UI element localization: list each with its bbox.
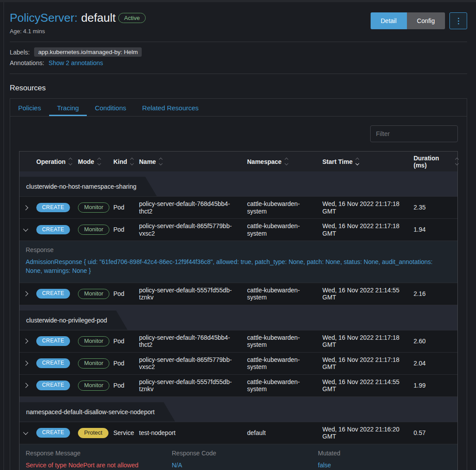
duration-cell: 2.60 xyxy=(414,334,458,348)
sort-icon[interactable] xyxy=(356,157,359,166)
start-time-cell: Wed, 16 Nov 2022 21:17:18 GMT xyxy=(322,353,414,373)
expand-row-icon[interactable] xyxy=(23,205,28,210)
sort-icon[interactable] xyxy=(159,157,162,166)
column-header-mode[interactable]: Mode xyxy=(78,157,113,166)
name-cell: policy-server-default-768d45bb4-thct2 xyxy=(139,197,247,218)
kind-cell: Pod xyxy=(113,201,139,214)
expand-row-icon[interactable] xyxy=(23,383,28,388)
mode-badge: Protect xyxy=(78,428,108,438)
collapse-row-icon[interactable] xyxy=(23,226,28,231)
meta-divider xyxy=(10,74,467,74)
kind-cell: Pod xyxy=(113,357,139,370)
tracing-table: Operation Mode Kind Name Namespace Start… xyxy=(19,151,458,470)
trace-row[interactable]: CREATE Monitor Pod policy-server-default… xyxy=(19,330,457,353)
start-time-cell: Wed, 16 Nov 2022 21:14:55 GMT xyxy=(322,375,414,396)
name-cell: policy-server-default-5557fd55db-tznkv xyxy=(139,375,247,396)
tab-policies[interactable]: Policies xyxy=(10,99,49,116)
column-header-name[interactable]: Name xyxy=(139,157,247,166)
namespace-cell: cattle-kubewarden-system xyxy=(247,375,322,396)
labels-label: Labels: xyxy=(10,49,30,56)
name-cell: policy-server-default-5557fd55db-tznkv xyxy=(139,284,247,304)
mode-badge: Monitor xyxy=(78,225,109,235)
policy-server-detail-page: PolicyServer: default Active Age: 4.1 mi… xyxy=(4,2,476,470)
column-header-kind[interactable]: Kind xyxy=(113,157,139,166)
namespace-cell: default xyxy=(247,426,322,439)
kind-cell: Pod xyxy=(113,334,139,348)
kind-cell: Pod xyxy=(113,223,139,236)
start-time-cell: Wed, 16 Nov 2022 21:17:18 GMT xyxy=(322,219,414,240)
filter-input[interactable] xyxy=(370,125,458,142)
header-divider xyxy=(10,42,467,42)
mutated-value: false xyxy=(318,462,451,469)
duration-cell: 0.57 xyxy=(414,426,458,439)
kind-cell: Pod xyxy=(113,287,139,300)
sort-icon[interactable] xyxy=(98,157,101,166)
column-header-start-time[interactable]: Start Time xyxy=(322,157,414,166)
detail-button[interactable]: Detail xyxy=(371,12,407,29)
age-text: Age: 4.1 mins xyxy=(10,28,146,35)
namespace-cell: cattle-kubewarden-system xyxy=(247,331,322,351)
collapse-row-icon[interactable] xyxy=(23,430,28,435)
expand-row-icon[interactable] xyxy=(23,291,28,296)
kebab-menu-button[interactable] xyxy=(449,12,467,29)
tracing-tab-panel: Operation Mode Kind Name Namespace Start… xyxy=(10,117,467,470)
status-badge: Active xyxy=(118,13,145,23)
mode-badge: Monitor xyxy=(78,381,109,391)
operation-badge: CREATE xyxy=(36,428,70,438)
policy-group-band: clusterwide-no-privileged-pod xyxy=(19,305,457,330)
namespace-cell: cattle-kubewarden-system xyxy=(247,219,322,240)
annotations-label: Annotations: xyxy=(10,59,44,66)
trace-row[interactable]: CREATE Monitor Pod policy-server-default… xyxy=(19,375,457,397)
tab-related-resources[interactable]: Related Resources xyxy=(134,99,207,116)
table-body: clusterwide-no-host-namespace-sharing CR… xyxy=(19,171,457,470)
show-annotations-link[interactable]: Show 2 annotations xyxy=(49,59,103,66)
trace-row[interactable]: CREATE Monitor Pod policy-server-default… xyxy=(19,283,457,305)
operation-badge: CREATE xyxy=(36,289,70,299)
mutated-label: Mutated xyxy=(318,450,451,457)
tab-conditions[interactable]: Conditions xyxy=(87,99,134,116)
tab-bar: PoliciesTracingConditionsRelated Resourc… xyxy=(10,99,467,117)
policy-group-band: clusterwide-no-host-namespace-sharing xyxy=(19,171,457,197)
sort-icon[interactable] xyxy=(69,157,72,166)
sort-icon[interactable] xyxy=(131,157,133,166)
operation-badge: CREATE xyxy=(36,203,70,213)
trace-row[interactable]: CREATE Monitor Pod policy-server-default… xyxy=(19,197,457,219)
operation-badge: CREATE xyxy=(36,358,70,368)
response-message-value: Service of type NodePort are not allowed xyxy=(26,462,172,469)
meta-section: Labels: app.kubernetes.io/managed-by: He… xyxy=(10,47,467,66)
trace-row[interactable]: CREATE Monitor Pod policy-server-default… xyxy=(19,353,457,375)
expand-row-icon[interactable] xyxy=(23,338,28,343)
kind-cell: Service xyxy=(113,426,139,439)
response-detail: Response AdmissionResponse { uid: "61fed… xyxy=(19,241,457,283)
page-title: PolicyServer: default Active xyxy=(10,11,146,25)
trace-row[interactable]: CREATE Monitor Pod policy-server-default… xyxy=(19,219,457,241)
column-header-operation[interactable]: Operation xyxy=(36,157,78,166)
mode-badge: Monitor xyxy=(78,336,109,346)
namespace-cell: cattle-kubewarden-system xyxy=(247,353,322,373)
result-detail: Response Message Service of type NodePor… xyxy=(19,444,457,470)
sort-icon[interactable] xyxy=(456,157,458,166)
config-button[interactable]: Config xyxy=(407,12,445,29)
header-actions: Detail Config xyxy=(371,12,467,29)
kind-cell: Pod xyxy=(113,379,139,392)
sort-icon[interactable] xyxy=(285,157,288,166)
name-cell: policy-server-default-865f5779bb-vxsc2 xyxy=(139,219,247,240)
name-cell: policy-server-default-865f5779bb-vxsc2 xyxy=(139,353,247,373)
start-time-cell: Wed, 16 Nov 2022 21:16:20 GMT xyxy=(322,423,414,443)
namespace-cell: cattle-kubewarden-system xyxy=(247,284,322,304)
table-header-row: Operation Mode Kind Name Namespace Start… xyxy=(19,151,457,171)
policy-group-name: clusterwide-no-host-namespace-sharing xyxy=(19,177,157,196)
policy-group-name: namespaced-default-disallow-service-node… xyxy=(19,402,175,422)
response-code-value: N/A xyxy=(172,462,318,469)
resource-name-title: default xyxy=(81,11,116,25)
policy-group-band: namespaced-default-disallow-service-node… xyxy=(19,397,457,422)
column-header-duration-ms-[interactable]: Duration (ms) xyxy=(414,155,458,169)
duration-cell: 2.35 xyxy=(414,201,458,214)
resources-heading: Resources xyxy=(10,84,467,93)
expand-row-icon[interactable] xyxy=(23,361,28,365)
response-code-label: Response Code xyxy=(172,450,318,457)
namespace-cell: cattle-kubewarden-system xyxy=(247,197,322,218)
tab-tracing[interactable]: Tracing xyxy=(49,99,87,116)
trace-row[interactable]: CREATE Protect Service test-nodeport def… xyxy=(19,422,457,444)
column-header-namespace[interactable]: Namespace xyxy=(247,157,322,166)
